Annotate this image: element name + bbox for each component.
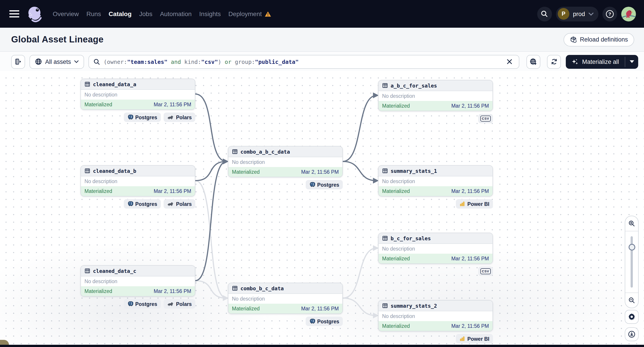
asset-description: No description xyxy=(228,294,342,304)
postgres-icon xyxy=(127,114,133,120)
materialized-status-badge: Materialized xyxy=(232,306,260,311)
nav-item-jobs[interactable]: Jobs xyxy=(139,10,152,17)
download-button[interactable] xyxy=(625,327,639,341)
asset-status-row: MaterializedMar 2, 11:56 PM xyxy=(228,167,342,177)
table-icon xyxy=(84,81,90,87)
download-icon xyxy=(628,331,636,338)
top-nav: OverviewRunsCatalogJobsAutomationInsight… xyxy=(0,0,644,28)
kind-tag-postgres[interactable]: Postgres xyxy=(124,112,161,122)
kind-tag-label: Postgres xyxy=(317,319,339,324)
asset-node-cleaned_data_b[interactable]: cleaned_data_bNo descriptionMaterialized… xyxy=(80,165,195,197)
materialize-options-button[interactable] xyxy=(625,55,638,68)
page-title: Global Asset Lineage xyxy=(11,34,104,45)
reload-definitions-button[interactable]: Reload definitions xyxy=(563,33,634,46)
menu-button[interactable] xyxy=(9,8,20,19)
zoom-out-button[interactable] xyxy=(625,293,638,308)
kind-tags-row: CSV xyxy=(378,267,493,276)
clear-filter-button[interactable] xyxy=(505,57,514,66)
user-avatar[interactable] xyxy=(621,6,636,21)
asset-node-combo_b_c_data[interactable]: combo_b_c_dataNo descriptionMaterialized… xyxy=(228,283,343,314)
asset-node-b_c_for_sales[interactable]: b_c_for_salesNo descriptionMaterializedM… xyxy=(378,233,493,264)
nav-item-insights[interactable]: Insights xyxy=(199,10,221,17)
nav-item-label: Jobs xyxy=(139,10,152,17)
kind-tag-csv[interactable]: CSV xyxy=(478,267,493,276)
kind-tag-postgres[interactable]: Postgres xyxy=(124,199,161,209)
materialization-timestamp: Mar 2, 11:56 PM xyxy=(301,306,339,311)
kind-tag-polars[interactable]: Polars xyxy=(164,199,195,209)
asset-scope-label: All assets xyxy=(45,58,71,65)
kind-tag-polars[interactable]: Polars xyxy=(164,299,195,309)
kind-tag-power-bi[interactable]: Power BI xyxy=(456,199,493,209)
search-icon xyxy=(94,58,100,65)
settings-button[interactable] xyxy=(625,310,639,324)
gear-icon xyxy=(628,313,636,321)
asset-status-row: MaterializedMar 2, 11:56 PM xyxy=(81,186,195,196)
asset-node-summary_stats_2[interactable]: summary_stats_2No descriptionMaterialize… xyxy=(378,300,493,331)
postgres-icon xyxy=(127,301,133,307)
asset-node-summary_stats_1[interactable]: summary_stats_1No descriptionMaterialize… xyxy=(378,165,493,197)
refresh-button[interactable] xyxy=(547,55,561,68)
new-catalog-view-button[interactable] xyxy=(527,55,540,68)
materialization-timestamp: Mar 2, 11:56 PM xyxy=(301,169,339,175)
lineage-edge-combo_b_c_data-to-summary_stats_2 xyxy=(343,298,377,316)
kind-tag-csv[interactable]: CSV xyxy=(478,114,493,123)
dagster-logo-icon[interactable] xyxy=(26,5,44,23)
table-icon xyxy=(382,83,388,88)
query-token: "csv" xyxy=(201,58,218,65)
nav-item-runs[interactable]: Runs xyxy=(86,10,101,17)
kind-tag-label: Postgres xyxy=(135,201,157,207)
deployment-switcher[interactable]: P prod xyxy=(556,6,598,21)
open-side-panel-button[interactable] xyxy=(11,55,25,68)
asset-name: cleaned_data_b xyxy=(93,168,136,174)
kind-tag-label: Power BI xyxy=(468,201,489,207)
kind-tag-postgres[interactable]: Postgres xyxy=(306,180,343,189)
nav-item-automation[interactable]: Automation xyxy=(160,10,192,17)
postgres-icon xyxy=(309,319,315,324)
kind-tag-postgres[interactable]: Postgres xyxy=(124,299,161,309)
zoom-slider-track[interactable] xyxy=(630,236,633,288)
query-token: group: xyxy=(235,58,255,65)
caret-down-icon xyxy=(630,60,634,63)
materialize-all-button[interactable]: Materialize all xyxy=(566,55,638,68)
lineage-canvas[interactable]: cleaned_data_aNo descriptionMaterialized… xyxy=(0,71,644,347)
reload-icon xyxy=(570,36,577,43)
zoom-in-button[interactable] xyxy=(625,216,638,231)
help-button[interactable]: ? xyxy=(602,6,617,21)
help-icon: ? xyxy=(606,9,614,18)
expand-panel-icon xyxy=(14,58,22,65)
asset-node-a_b_c_for_sales[interactable]: a_b_c_for_salesNo descriptionMaterialize… xyxy=(378,80,493,111)
search-button[interactable] xyxy=(537,6,552,21)
materialized-status-badge: Materialized xyxy=(382,256,410,261)
asset-node-cleaned_data_a[interactable]: cleaned_data_aNo descriptionMaterialized… xyxy=(80,79,195,110)
asset-node-header: combo_a_b_c_data xyxy=(228,146,342,157)
kind-tag-label: Polars xyxy=(176,201,192,207)
nav-item-deployment[interactable]: Deployment xyxy=(228,10,271,17)
table-icon xyxy=(382,235,388,241)
zoom-slider-handle[interactable] xyxy=(628,244,635,251)
asset-description: No description xyxy=(378,176,492,186)
materialized-status-badge: Materialized xyxy=(382,103,410,108)
table-icon xyxy=(84,168,90,174)
polars-icon xyxy=(167,302,174,306)
asset-scope-dropdown[interactable]: All assets xyxy=(30,55,84,68)
asset-description: No description xyxy=(378,311,492,321)
bottom-bar xyxy=(0,345,644,347)
nav-item-overview[interactable]: Overview xyxy=(53,10,79,17)
kind-tag-power-bi[interactable]: Power BI xyxy=(456,334,493,344)
zoom-slider[interactable] xyxy=(625,231,638,293)
globe-plus-icon xyxy=(530,58,538,65)
asset-node-cleaned_data_c[interactable]: cleaned_data_cNo descriptionMaterialized… xyxy=(80,265,195,297)
asset-filter-input[interactable]: (owner:"team:sales" and kind:"csv") or g… xyxy=(88,55,520,68)
asset-name: combo_b_c_data xyxy=(240,285,284,291)
table-icon xyxy=(84,268,90,274)
kind-tag-polars[interactable]: Polars xyxy=(164,112,195,122)
kind-tags-row: CSV xyxy=(378,114,493,123)
nav-item-label: Runs xyxy=(86,10,101,17)
materialize-all-main[interactable]: Materialize all xyxy=(566,55,625,68)
asset-node-combo_a_b_c_data[interactable]: combo_a_b_c_dataNo descriptionMaterializ… xyxy=(228,146,343,177)
nav-item-catalog[interactable]: Catalog xyxy=(108,10,132,17)
kind-tag-postgres[interactable]: Postgres xyxy=(306,317,343,326)
materialized-status-badge: Materialized xyxy=(84,188,112,194)
filter-query-text: (owner:"team:sales" and kind:"csv") or g… xyxy=(104,58,501,65)
asset-name: b_c_for_sales xyxy=(390,235,431,241)
